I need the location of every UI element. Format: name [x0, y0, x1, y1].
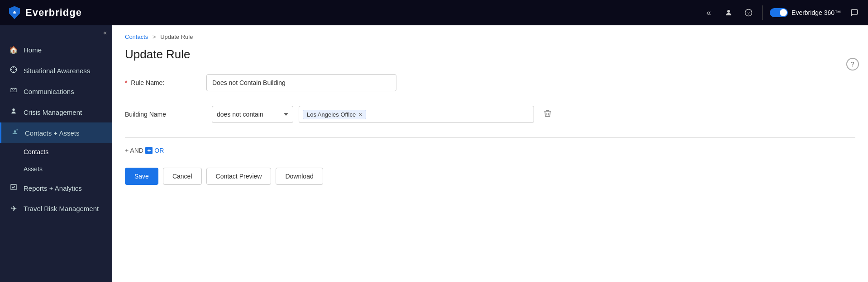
- product-name-label: Everbridge 360™: [792, 9, 841, 16]
- sidebar-item-situational-awareness[interactable]: Situational Awareness: [0, 60, 112, 81]
- sidebar-label-home: Home: [24, 46, 42, 54]
- breadcrumb: Contacts > Update Rule: [112, 25, 868, 44]
- condition-field-label: Building Name: [125, 111, 206, 118]
- or-plus-icon: +: [145, 147, 153, 154]
- sidebar-item-communications[interactable]: Communications: [0, 81, 112, 102]
- sidebar-sub-item-assets[interactable]: Assets: [0, 160, 112, 178]
- action-buttons: Save Cancel Contact Preview Download: [125, 168, 855, 185]
- and-label: + AND: [125, 147, 143, 154]
- chat-icon[interactable]: [848, 6, 861, 19]
- everbridge-360-toggle[interactable]: Everbridge 360™: [770, 8, 841, 17]
- svg-text:e: e: [13, 9, 16, 15]
- sidebar-item-contacts-assets[interactable]: Contacts + Assets: [0, 122, 112, 143]
- sidebar-item-crisis-management[interactable]: Crisis Management: [0, 102, 112, 122]
- rule-name-label: * Rule Name:: [125, 79, 206, 86]
- svg-point-7: [14, 130, 16, 132]
- sidebar-label-travel-risk: Travel Risk Management: [24, 205, 99, 212]
- sidebar-label-communications: Communications: [24, 88, 74, 95]
- sidebar-sub-label-assets: Assets: [24, 165, 43, 173]
- rule-name-input[interactable]: [206, 74, 396, 91]
- save-button[interactable]: Save: [125, 168, 158, 185]
- or-label: OR: [154, 147, 164, 154]
- sidebar-label-reports-analytics: Reports + Analytics: [24, 184, 82, 192]
- content-wrapper: ? Contacts > Update Rule Update Rule * R…: [112, 25, 868, 197]
- main-layout: « 🏠 Home Situational Awareness Communica…: [0, 25, 868, 282]
- logo-text: Everbridge: [25, 7, 82, 19]
- condition-tag: Los Angeles Office ×: [303, 110, 366, 119]
- sidebar-collapse-button[interactable]: «: [0, 25, 112, 40]
- sidebar-item-home[interactable]: 🏠 Home: [0, 40, 112, 60]
- user-icon[interactable]: [722, 6, 735, 19]
- tag-label: Los Angeles Office: [307, 111, 356, 118]
- communications-icon: [9, 87, 18, 96]
- content-area: ? Contacts > Update Rule Update Rule * R…: [112, 25, 868, 282]
- download-button[interactable]: Download: [276, 168, 323, 185]
- required-star: *: [125, 79, 127, 86]
- help-icon-header[interactable]: ?: [742, 6, 755, 19]
- contact-preview-button[interactable]: Contact Preview: [206, 168, 272, 185]
- crisis-management-icon: [9, 108, 18, 117]
- sidebar-sub-label-contacts: Contacts: [24, 148, 48, 155]
- rule-name-row: * Rule Name:: [125, 74, 855, 91]
- svg-point-6: [12, 108, 14, 111]
- condition-divider: [125, 137, 855, 138]
- travel-risk-icon: ✈: [9, 204, 18, 213]
- help-icon-content[interactable]: ?: [846, 58, 859, 70]
- logo-area: e Everbridge: [7, 5, 82, 20]
- or-button[interactable]: + OR: [145, 147, 164, 154]
- back-icon[interactable]: «: [702, 6, 715, 19]
- sidebar-item-reports-analytics[interactable]: Reports + Analytics: [0, 178, 112, 198]
- toggle-switch[interactable]: [770, 8, 788, 17]
- tag-remove-button[interactable]: ×: [358, 111, 362, 118]
- home-icon: 🏠: [9, 46, 18, 54]
- cancel-button[interactable]: Cancel: [163, 168, 202, 185]
- breadcrumb-separator: >: [153, 33, 156, 40]
- sidebar-label-crisis-management: Crisis Management: [24, 108, 82, 116]
- svg-point-2: [727, 10, 730, 13]
- contacts-assets-icon: [10, 128, 19, 137]
- everbridge-logo-icon: e: [7, 5, 22, 20]
- condition-tag-input[interactable]: Los Angeles Office ×: [299, 106, 534, 123]
- and-button[interactable]: + AND: [125, 147, 143, 154]
- condition-section: Building Name does not contain contains …: [125, 100, 855, 128]
- sidebar-label-contacts-assets: Contacts + Assets: [25, 129, 79, 137]
- condition-delete-icon[interactable]: [543, 109, 552, 120]
- header-divider: [762, 5, 763, 20]
- page-title: Update Rule: [125, 47, 855, 61]
- sidebar-item-travel-risk[interactable]: ✈ Travel Risk Management: [0, 198, 112, 219]
- top-header: e Everbridge « ? Everbridge 360™: [0, 0, 868, 25]
- condition-operator-select[interactable]: does not contain contains equals not equ…: [212, 106, 293, 123]
- svg-text:?: ?: [747, 10, 750, 15]
- breadcrumb-parent-link[interactable]: Contacts: [125, 33, 148, 40]
- sidebar-label-situational-awareness: Situational Awareness: [24, 67, 90, 75]
- breadcrumb-current: Update Rule: [160, 33, 193, 40]
- svg-point-8: [16, 129, 18, 131]
- condition-row: Building Name does not contain contains …: [125, 100, 855, 128]
- header-right: « ? Everbridge 360™: [702, 5, 861, 20]
- sidebar: « 🏠 Home Situational Awareness Communica…: [0, 25, 112, 282]
- page-content: Update Rule * Rule Name: Building Name d…: [112, 44, 868, 197]
- reports-analytics-icon: [9, 183, 18, 193]
- situational-awareness-icon: [9, 66, 18, 75]
- sidebar-sub-item-contacts[interactable]: Contacts: [0, 143, 112, 160]
